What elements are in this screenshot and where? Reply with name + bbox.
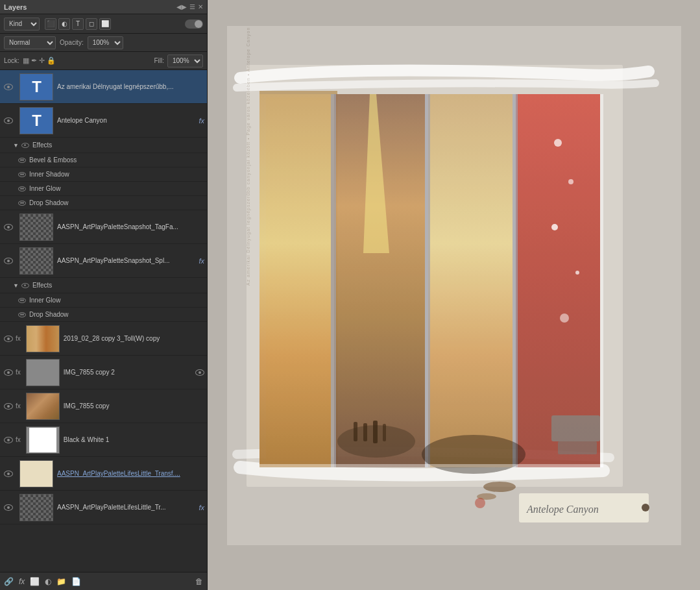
eye-icon: [4, 437, 13, 443]
svg-text:Az amerikai Délnyugat legnépsz: Az amerikai Délnyugat legnépszerűbb cany…: [246, 27, 251, 286]
effect-name: Drop Shadow: [29, 311, 69, 318]
visibility-toggle[interactable]: [3, 400, 14, 412]
eye-icon: [4, 369, 13, 376]
layer-row[interactable]: fx 2019_02_28 copy 3_Toll(W) copy: [0, 322, 207, 356]
panel-menu-icon[interactable]: ☰: [189, 3, 195, 10]
extra-visibility-icon[interactable]: [195, 369, 204, 376]
effects-collapse-icon[interactable]: ▼: [13, 282, 19, 289]
visibility-toggle[interactable]: [3, 434, 14, 446]
lock-paint-icon[interactable]: ✒: [31, 56, 37, 65]
panel-title: Layers: [4, 3, 27, 11]
layer-info: AASPN_ArtPlayPaletteLifesLittle_Tr...: [57, 504, 196, 511]
effect-row[interactable]: Drop Shadow: [0, 196, 207, 210]
layer-row[interactable]: fx Black & White 1: [0, 423, 207, 457]
layer-row[interactable]: fx IMG_7855 copy: [0, 389, 207, 423]
visibility-toggle[interactable]: [3, 115, 14, 127]
eye-icon: [195, 369, 204, 376]
layer-info: AASPN_ArtPlayPaletteSnapshot_Spl...: [57, 257, 196, 264]
effect-row[interactable]: Drop Shadow: [0, 308, 207, 322]
layer-row[interactable]: T Az amerikai Délnyugat legnépszerűbb,..…: [0, 70, 207, 104]
effects-label: Effects: [32, 282, 52, 289]
visibility-toggle[interactable]: [3, 367, 14, 378]
eye-icon: [4, 403, 13, 410]
effect-row[interactable]: Bevel & Emboss: [0, 153, 207, 167]
layer-thumbnail: T: [19, 107, 53, 134]
link-layers-icon[interactable]: 🔗: [4, 577, 14, 586]
add-fx-icon[interactable]: fx: [19, 577, 25, 586]
layer-info: AASPN_ArtPlayPaletteLifesLittle_Transf..…: [57, 470, 204, 477]
filter-icons: ⬛ ◐ T ◻ ⬜: [45, 18, 111, 30]
svg-point-25: [483, 482, 516, 492]
filter-toggle[interactable]: [185, 19, 203, 29]
shape-filter-icon[interactable]: ◻: [86, 18, 97, 30]
visibility-toggle[interactable]: [3, 502, 14, 513]
layers-list: T Az amerikai Délnyugat legnépszerűbb,..…: [0, 70, 207, 572]
lock-move-icon[interactable]: ✛: [39, 56, 45, 65]
new-layer-icon[interactable]: 📄: [71, 577, 81, 586]
visibility-toggle[interactable]: [3, 255, 14, 267]
delete-layer-icon[interactable]: 🗑: [195, 577, 203, 586]
adjustment-filter-icon[interactable]: ◐: [58, 18, 70, 30]
panel-title-bar: Layers ◀▶ ☰ ✕: [0, 0, 207, 14]
fx-small-icon: fx: [16, 402, 21, 410]
visibility-toggle[interactable]: [3, 81, 14, 93]
layer-thumbnail: [19, 460, 53, 487]
effect-name: Inner Glow: [29, 185, 60, 192]
layer-info: IMG_7855 copy 2: [64, 369, 195, 376]
svg-text:Antelope Canyon: Antelope Canyon: [526, 504, 599, 515]
layer-info: Antelope Canyon: [57, 117, 196, 124]
layer-thumbnail: [26, 359, 60, 386]
close-icon[interactable]: ✕: [198, 3, 203, 10]
lock-bar: Lock: ▦ ✒ ✛ 🔒 Fill: 100% 75% 50%: [0, 52, 207, 70]
svg-rect-18: [354, 422, 357, 441]
layer-name: Black & White 1: [64, 436, 204, 443]
layers-panel: Layers ◀▶ ☰ ✕ Kind Name Effect ⬛ ◐ T ◻ ⬜…: [0, 0, 208, 590]
layer-info: 2019_02_28 copy 3_Toll(W) copy: [64, 335, 204, 342]
eye-icon: [4, 336, 13, 342]
adjustment-layer-icon[interactable]: ◐: [45, 577, 51, 586]
eye-icon: [4, 117, 13, 124]
fx-badge: fx: [199, 117, 204, 125]
layer-row[interactable]: T Antelope Canyon fx: [0, 104, 207, 138]
layer-name: AASPN_ArtPlayPaletteSnapshot_TagFa...: [57, 223, 204, 230]
kind-filter-select[interactable]: Kind Name Effect: [4, 18, 40, 31]
layer-row[interactable]: AASPN_ArtPlayPaletteLifesLittle_Tr... fx: [0, 491, 207, 524]
layer-name: AASPN_ArtPlayPaletteLifesLittle_Tr...: [57, 504, 196, 511]
layer-thumbnail-mask: [26, 426, 60, 454]
new-group-icon[interactable]: 📁: [56, 577, 66, 586]
pixel-filter-icon[interactable]: ⬛: [45, 18, 56, 30]
type-filter-icon[interactable]: T: [72, 18, 84, 30]
lock-icons: ▦ ✒ ✛ 🔒: [23, 56, 56, 65]
effects-collapse-icon[interactable]: ▼: [13, 142, 19, 149]
add-mask-icon[interactable]: ⬜: [30, 577, 40, 586]
opacity-select[interactable]: 100% 75% 50%: [88, 36, 123, 49]
lock-all-icon[interactable]: 🔒: [47, 56, 56, 65]
effects-header: ▼ Effects: [0, 138, 207, 153]
layer-thumbnail: [26, 325, 60, 352]
layer-thumbnail: T: [19, 73, 53, 101]
artboard-filter-icon[interactable]: ⬜: [99, 18, 111, 30]
effect-row[interactable]: Inner Glow: [0, 182, 207, 196]
effects-header: ▼ Effects: [0, 278, 207, 293]
collapse-icon[interactable]: ◀▶: [176, 3, 187, 10]
visibility-toggle[interactable]: [3, 333, 14, 345]
svg-rect-24: [558, 441, 597, 454]
layer-thumbnail: [19, 214, 53, 241]
fx-small-icon: fx: [16, 335, 21, 342]
effect-row[interactable]: Inner Glow: [0, 293, 207, 308]
opacity-label: Opacity:: [60, 39, 84, 46]
lock-transparent-icon[interactable]: ▦: [23, 56, 29, 65]
layer-row[interactable]: AASPN_ArtPlayPaletteLifesLittle_Transf..…: [0, 457, 207, 491]
effect-name: Drop Shadow: [29, 199, 69, 206]
fill-select[interactable]: 100% 75% 50%: [167, 55, 203, 68]
visibility-toggle[interactable]: [3, 221, 14, 233]
layer-thumbnail: [26, 393, 60, 420]
layer-row[interactable]: fx IMG_7855 copy 2: [0, 356, 207, 389]
visibility-toggle[interactable]: [3, 468, 14, 480]
layer-row[interactable]: AASPN_ArtPlayPaletteSnapshot_TagFa...: [0, 210, 207, 244]
eye-icon: [4, 224, 13, 230]
fx-badge: fx: [199, 257, 204, 265]
blend-mode-select[interactable]: Normal Multiply Screen Overlay: [4, 36, 56, 49]
layer-row[interactable]: AASPN_ArtPlayPaletteSnapshot_Spl... fx: [0, 244, 207, 278]
effect-row[interactable]: Inner Shadow: [0, 167, 207, 182]
